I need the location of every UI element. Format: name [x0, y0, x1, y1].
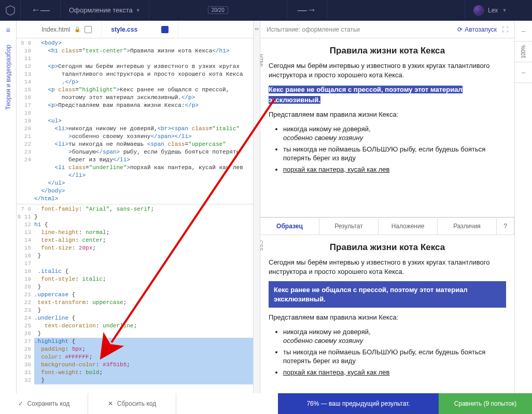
- left-rail: ≡ Теория и видеоразбор: [0, 21, 17, 393]
- tab-result[interactable]: Результат: [319, 218, 379, 234]
- html-code[interactable]: <body> <h1 class="text-center">Правила ж…: [34, 38, 253, 204]
- reset-label: Сбросить код: [117, 400, 156, 407]
- tab-help[interactable]: ?: [497, 218, 514, 234]
- nav-prev-button[interactable]: ←—: [21, 0, 61, 20]
- preview-body: Правила жизни кота Кекса Сегодня мы берё…: [260, 38, 514, 183]
- rules-list: никогда никому не доверяй,особенно своем…: [283, 125, 506, 174]
- split-icon[interactable]: [85, 26, 92, 33]
- article-intro: Сегодня мы берём интервью у известного в…: [269, 258, 506, 276]
- preview-column: Испытание: оформление статьи ⟳ Автозапус…: [260, 21, 514, 393]
- list-item: никогда никому не доверяй,особенно своем…: [283, 327, 506, 346]
- gutter: 7 8 9 11 12 13 14 15 16 17 18 19 20 21 2…: [17, 204, 34, 393]
- tab-label: style.css: [111, 26, 137, 33]
- chevron-down-icon: ▼: [136, 8, 141, 13]
- topbar-center: 20/20: [149, 6, 287, 14]
- progress-counter: 20/20: [208, 6, 228, 14]
- article-title: Правила жизни кота Кекса: [269, 242, 506, 253]
- right-rail: – 100% –: [514, 21, 532, 393]
- fullscreen-icon[interactable]: ⛶: [502, 26, 508, 33]
- zoom-out-button[interactable]: –: [515, 21, 532, 42]
- theory-link[interactable]: Теория и видеоразбор: [5, 45, 12, 109]
- list-item: ты никогда не поймаешь большую рыбу, есл…: [283, 348, 506, 366]
- article-highlight: Кекс ранее не общался с прессой, поэтому…: [269, 281, 506, 308]
- tab-sample[interactable]: Образец: [260, 218, 319, 234]
- save-label: Сохранить код: [27, 400, 70, 407]
- css-editor[interactable]: 7 8 9 11 12 13 14 15 16 17 18 19 20 21 2…: [17, 204, 253, 393]
- list-item: порхай как пантера, кусай как лев: [283, 368, 506, 377]
- gutter: 8 9 10 11 12 13 14 15 16 17 18 19 20 21 …: [17, 38, 34, 204]
- check-icon: ✓: [18, 400, 23, 407]
- username: Lex: [488, 7, 498, 14]
- preview-body: Правила жизни кота Кекса Сегодня мы берё…: [260, 235, 514, 386]
- preview-header: Испытание: оформление статьи ⟳ Автозапус…: [260, 21, 514, 38]
- article-title: Правила жизни кота Кекса: [269, 46, 506, 56]
- preview-sample: CSS Правила жизни кота Кекса Сегодня мы …: [260, 235, 514, 393]
- splitter[interactable]: ⇔: [253, 21, 260, 393]
- rules-list: никогда никому не доверяй,особенно своем…: [283, 327, 506, 377]
- refresh-icon: ⟳: [457, 26, 463, 33]
- compare-tabs: Образец Результат Наложение Различия ?: [260, 217, 514, 235]
- zoom-out-button[interactable]: –: [515, 62, 532, 83]
- editor-column: Index.html 🔒 style.css 8 9 10 11 12 13 1…: [17, 21, 253, 393]
- css-code[interactable]: font-family: "Arial", sans-serif; } h1 {…: [34, 204, 253, 393]
- filler: [176, 393, 278, 414]
- css-label: CSS: [260, 240, 263, 251]
- reset-button[interactable]: ✕ Сбросить код: [88, 393, 176, 414]
- lesson-title[interactable]: Оформление текста ▼: [61, 0, 149, 20]
- hamburger-icon[interactable]: ≡: [6, 26, 10, 34]
- html-label: HTML: [260, 54, 263, 68]
- list-item: ты никогда не поймаешь большую рыбу, есл…: [283, 145, 506, 163]
- result-bar: 76% — ваш предыдущий результат.: [278, 393, 439, 414]
- logo-icon[interactable]: [0, 0, 21, 21]
- tab-diff[interactable]: Различия: [438, 218, 497, 234]
- split-icon[interactable]: [161, 26, 169, 33]
- preview-title: Испытание: оформление статьи: [267, 26, 452, 33]
- bottom-bar: ✓ Сохранить код ✕ Сбросить код 76% — ваш…: [0, 393, 532, 414]
- user-menu[interactable]: Lex ▼: [465, 0, 532, 20]
- autorun-label: Автозапуск: [465, 26, 497, 33]
- preview-result: HTML Правила жизни кота Кекса Сегодня мы…: [260, 38, 514, 217]
- file-tabs: Index.html 🔒 style.css: [17, 21, 253, 38]
- topbar: ←— Оформление текста ▼ 20/20 —→ Lex ▼: [0, 0, 532, 21]
- main-row: ≡ Теория и видеоразбор Index.html 🔒 styl…: [0, 21, 532, 393]
- list-item: порхай как пантера, кусай как лев: [283, 165, 506, 174]
- zoom-level: 100%: [515, 42, 532, 62]
- article-intro: Сегодня мы берём интервью у известного в…: [269, 61, 506, 79]
- compare-button[interactable]: Сравнить (9 попыток): [439, 393, 532, 414]
- article-rules-intro: Представляем вам правила жизни Кекса:: [269, 110, 506, 119]
- autorun-toggle[interactable]: ⟳ Автозапуск: [457, 26, 497, 33]
- tab-label: Index.html: [41, 26, 70, 33]
- avatar: [473, 5, 484, 16]
- lock-icon: 🔒: [74, 26, 80, 32]
- tab-index-html[interactable]: Index.html 🔒: [32, 21, 102, 38]
- article-highlight: Кекс ранее не общался с прессой, поэтому…: [269, 86, 463, 104]
- lesson-title-text: Оформление текста: [69, 6, 133, 14]
- tab-style-css[interactable]: style.css: [102, 21, 178, 38]
- chevron-down-icon: ▼: [502, 8, 507, 13]
- tab-overlay[interactable]: Наложение: [379, 218, 438, 234]
- nav-next-button[interactable]: —→: [287, 0, 327, 20]
- close-icon: ✕: [108, 400, 113, 407]
- save-button[interactable]: ✓ Сохранить код: [0, 393, 88, 414]
- article-rules-intro: Представляем вам правила жизни Кекса:: [269, 313, 506, 322]
- html-editor[interactable]: 8 9 10 11 12 13 14 15 16 17 18 19 20 21 …: [17, 38, 253, 204]
- list-item: никогда никому не доверяй,особенно своем…: [283, 125, 506, 143]
